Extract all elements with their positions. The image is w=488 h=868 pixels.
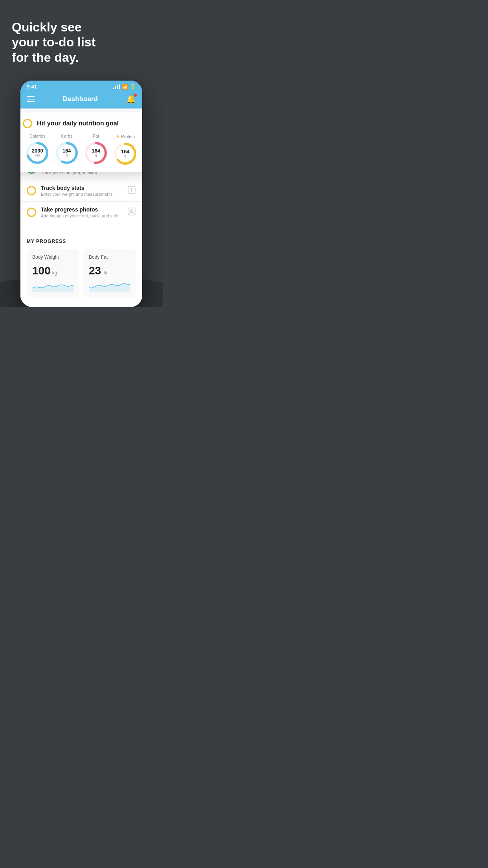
status-icons: 📶 🔋 <box>113 84 136 90</box>
navbar: Dashboard 🔔 <box>20 91 142 108</box>
body-weight-num: 100 <box>32 265 51 277</box>
phone-content: THINGS TO DO TODAY Hit your daily nutrit… <box>20 108 142 307</box>
body-fat-num: 23 <box>89 265 101 277</box>
todo-progress-photos[interactable]: Take progress photos Add images of your … <box>20 201 142 223</box>
calories-donut: 2000 cal <box>25 141 50 165</box>
nutrition-calories: Calories 2000 cal <box>25 134 50 165</box>
carbs-unit: g <box>62 154 71 158</box>
star-icon: ★ <box>116 134 120 139</box>
body-fat-value: 23 % <box>89 265 130 277</box>
phone-mockup: 9:41 📶 🔋 <box>20 81 142 307</box>
calories-label: Calories <box>29 134 45 138</box>
nutrition-card-title: Hit your daily nutrition goal <box>37 120 119 127</box>
body-weight-unit: kg <box>52 270 57 276</box>
status-bar: 9:41 📶 🔋 <box>20 81 142 91</box>
nutrition-row: Calories 2000 cal <box>23 134 140 166</box>
todo-body-stats[interactable]: Track body stats Enter your weight and m… <box>20 180 142 201</box>
photos-subtitle: Add images of your front, back, and side <box>41 213 123 218</box>
nav-title: Dashboard <box>63 95 98 103</box>
card-header: Hit your daily nutrition goal <box>23 119 140 128</box>
scale-icon <box>127 186 136 196</box>
photos-radio[interactable] <box>27 208 36 217</box>
nutrition-protein: ★ Protein 164 g <box>113 134 138 166</box>
nutrition-radio[interactable] <box>23 119 32 128</box>
carbs-value: 164 <box>62 148 71 154</box>
fat-donut: 164 g <box>84 141 108 165</box>
body-fat-card[interactable]: Body Fat 23 % <box>83 249 136 298</box>
protein-unit: g <box>121 154 130 158</box>
headline-line2: your to-do list <box>12 35 151 50</box>
battery-icon: 🔋 <box>130 84 136 90</box>
svg-point-12 <box>130 210 133 212</box>
status-time: 9:41 <box>27 84 37 90</box>
background-page: Quickly see your to-do list for the day.… <box>0 0 163 307</box>
spacer <box>20 223 142 231</box>
progress-cards: Body Weight 100 kg <box>27 249 136 298</box>
body-weight-value: 100 kg <box>32 265 74 277</box>
body-stats-radio[interactable] <box>27 186 36 195</box>
fat-label: Fat <box>93 134 99 138</box>
photos-text: Take progress photos Add images of your … <box>41 206 123 218</box>
body-fat-title: Body Fat <box>89 254 130 260</box>
menu-button[interactable] <box>27 96 35 102</box>
nutrition-card: Hit your daily nutrition goal Calories <box>20 112 142 172</box>
headline: Quickly see your to-do list for the day. <box>0 0 163 73</box>
calories-value: 2000 <box>32 148 43 154</box>
progress-section: MY PROGRESS Body Weight 100 kg <box>20 231 142 298</box>
notification-dot <box>134 94 137 97</box>
notification-bell[interactable]: 🔔 <box>126 94 136 104</box>
headline-line1: Quickly see <box>12 20 151 35</box>
body-fat-unit: % <box>103 270 107 276</box>
nutrition-fat: Fat 164 g <box>84 134 108 165</box>
bottom-spacer <box>20 298 142 307</box>
person-icon <box>127 207 136 218</box>
progress-section-label: MY PROGRESS <box>27 239 136 244</box>
protein-donut: 164 g <box>113 142 138 166</box>
body-stats-title: Track body stats <box>41 185 123 191</box>
headline-line3: for the day. <box>12 50 151 65</box>
body-stats-text: Track body stats Enter your weight and m… <box>41 185 123 197</box>
body-stats-subtitle: Enter your weight and measurements <box>41 192 123 197</box>
protein-value: 164 <box>121 149 130 154</box>
nutrition-carbs: Carbs 164 g <box>55 134 79 165</box>
body-fat-chart <box>89 280 130 292</box>
signal-icon <box>113 85 120 89</box>
wifi-icon: 📶 <box>122 84 128 90</box>
protein-label: ★ Protein <box>116 134 135 139</box>
calories-unit: cal <box>32 154 43 158</box>
fat-value: 164 <box>92 148 100 154</box>
body-weight-chart <box>32 280 74 292</box>
carbs-donut: 164 g <box>55 141 79 165</box>
photos-title: Take progress photos <box>41 206 123 213</box>
carbs-label: Carbs <box>61 134 72 138</box>
phone-wrapper: 9:41 📶 🔋 <box>0 81 163 307</box>
body-weight-card[interactable]: Body Weight 100 kg <box>27 249 79 298</box>
body-weight-title: Body Weight <box>32 254 74 260</box>
fat-unit: g <box>92 154 100 158</box>
